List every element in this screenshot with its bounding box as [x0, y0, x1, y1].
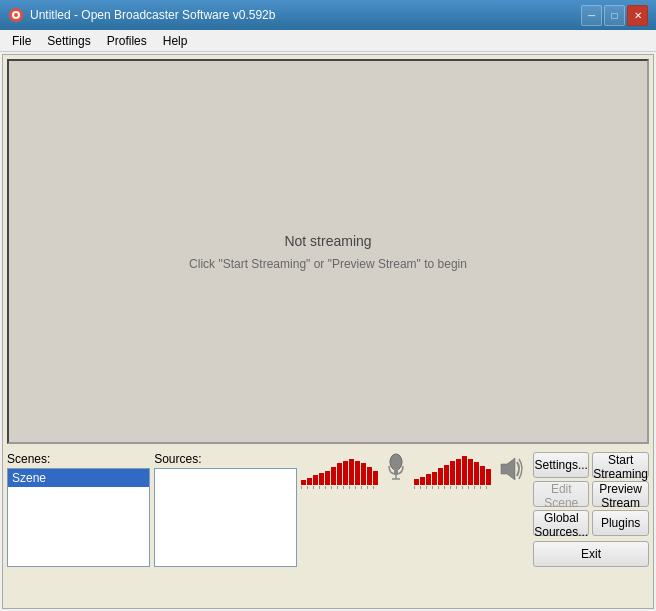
sources-list[interactable]: [154, 468, 297, 567]
scenes-panel: Scenes: Szene: [7, 452, 150, 567]
titlebar: Untitled - Open Broadcaster Software v0.…: [0, 0, 656, 30]
vu-meters-section: [301, 452, 527, 492]
svg-point-3: [390, 454, 402, 470]
sources-panel: Sources:: [154, 452, 297, 567]
app-icon: [8, 7, 24, 23]
window-title: Untitled - Open Broadcaster Software v0.…: [30, 8, 275, 22]
streaming-status: Not streaming: [284, 233, 371, 249]
scenes-label: Scenes:: [7, 452, 150, 466]
right-section: Settings... Start Streaming Edit Scene P…: [301, 452, 649, 567]
preview-area: Not streaming Click "Start Streaming" or…: [7, 59, 649, 444]
speaker-icon: [495, 452, 527, 486]
minimize-button[interactable]: ─: [581, 5, 602, 26]
scene-item[interactable]: Szene: [8, 469, 149, 487]
window-controls: ─ □ ✕: [581, 5, 648, 26]
menu-help[interactable]: Help: [155, 32, 196, 50]
settings-button[interactable]: Settings...: [533, 452, 589, 478]
menu-file[interactable]: File: [4, 32, 39, 50]
bottom-section: Scenes: Szene Sources:: [3, 448, 653, 571]
microphone-icon: [382, 452, 410, 486]
preview-stream-button[interactable]: Preview Stream: [592, 481, 649, 507]
vu-meter-right: [414, 456, 491, 485]
action-buttons: Settings... Start Streaming Edit Scene P…: [533, 452, 649, 567]
svg-marker-7: [501, 458, 515, 480]
menubar: File Settings Profiles Help: [0, 30, 656, 52]
streaming-hint: Click "Start Streaming" or "Preview Stre…: [189, 257, 467, 271]
start-streaming-button[interactable]: Start Streaming: [592, 452, 649, 478]
edit-scene-button[interactable]: Edit Scene: [533, 481, 589, 507]
titlebar-left: Untitled - Open Broadcaster Software v0.…: [8, 7, 275, 23]
maximize-button[interactable]: □: [604, 5, 625, 26]
exit-button[interactable]: Exit: [533, 541, 649, 567]
main-window: Not streaming Click "Start Streaming" or…: [2, 54, 654, 609]
global-sources-button[interactable]: Global Sources...: [533, 510, 589, 536]
sources-label: Sources:: [154, 452, 297, 466]
plugins-button[interactable]: Plugins: [592, 510, 649, 536]
menu-profiles[interactable]: Profiles: [99, 32, 155, 50]
scenes-list[interactable]: Szene: [7, 468, 150, 567]
svg-point-2: [14, 13, 18, 17]
close-button[interactable]: ✕: [627, 5, 648, 26]
vu-meter-left: [301, 459, 378, 485]
bottom-inner: Scenes: Szene Sources:: [7, 452, 649, 567]
menu-settings[interactable]: Settings: [39, 32, 98, 50]
vu-and-buttons: Settings... Start Streaming Edit Scene P…: [301, 452, 649, 567]
